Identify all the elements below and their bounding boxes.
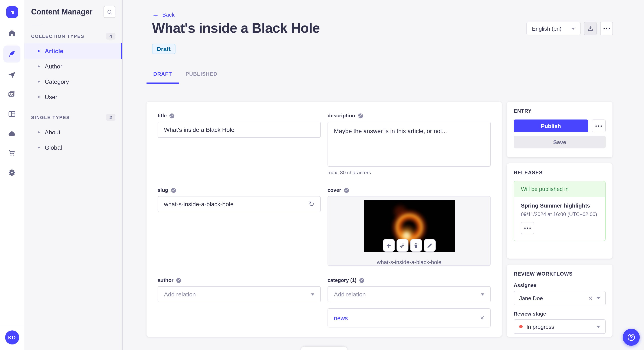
search-icon — [106, 9, 113, 15]
author-relation-select[interactable]: Add relation — [158, 286, 321, 302]
remove-relation-icon[interactable]: × — [480, 314, 484, 322]
cover-media-card: + — [328, 196, 491, 266]
bullet-icon — [38, 131, 40, 133]
tab-published[interactable]: PUBLISHED — [179, 68, 224, 84]
field-slug-label: slug — [158, 187, 168, 193]
localized-globe-icon — [170, 187, 176, 193]
tab-draft[interactable]: DRAFT — [146, 68, 179, 84]
help-button[interactable] — [623, 329, 640, 346]
category-relation-select[interactable]: Add relation — [328, 286, 491, 302]
releases-panel-heading: RELEASES — [514, 170, 606, 176]
release-date: 09/11/2024 at 16:00 (UTC+02:00) — [521, 211, 598, 217]
stage-status-dot — [519, 325, 522, 328]
save-button[interactable]: Save — [514, 136, 606, 149]
slug-input[interactable]: what-s-inside-a-black-hole ↻ — [158, 196, 321, 212]
version-tabs: DRAFT PUBLISHED — [146, 68, 224, 84]
main-content: ← Back What's inside a Black Hole Draft … — [123, 0, 644, 350]
field-description-label: description — [328, 113, 355, 119]
sidebar-item-label: About — [45, 129, 60, 136]
field-cover: cover + — [328, 187, 491, 266]
assignee-select[interactable]: Jane Doe × — [514, 291, 606, 305]
ellipsis-icon — [603, 28, 610, 29]
marketplace-cart-icon[interactable] — [5, 146, 19, 160]
localized-globe-icon — [358, 113, 363, 118]
sidebar-item-user[interactable]: User — [24, 89, 122, 105]
field-author-label: author — [158, 277, 174, 283]
release-more-button[interactable] — [521, 222, 534, 234]
chevron-down-icon — [481, 293, 484, 295]
media-library-icon[interactable] — [5, 87, 19, 102]
entry-more-button[interactable] — [592, 120, 606, 132]
review-stage-label: Review stage — [514, 311, 606, 317]
sidebar-item-author[interactable]: Author — [24, 59, 122, 74]
publish-button[interactable]: Publish — [514, 120, 588, 132]
link-icon — [399, 242, 406, 249]
download-icon — [587, 25, 594, 32]
pencil-icon — [426, 242, 433, 249]
field-author: author Add relation — [158, 277, 321, 302]
section-collection-types: COLLECTION TYPES 4 — [24, 30, 122, 42]
localized-globe-icon — [169, 113, 175, 118]
search-button[interactable] — [104, 6, 116, 18]
entry-panel: ENTRY Publish Save — [507, 102, 612, 157]
regenerate-slug-icon[interactable]: ↻ — [308, 201, 314, 207]
page-title: What's inside a Black Hole — [152, 20, 320, 36]
bullet-icon — [38, 50, 40, 52]
user-avatar[interactable]: KD — [5, 331, 19, 345]
field-slug: slug what-s-inside-a-black-hole ↻ — [158, 187, 321, 212]
title-input[interactable]: What's inside a Black Hole — [158, 122, 321, 138]
strapi-logo-icon[interactable] — [6, 6, 18, 18]
sidebar-item-label: User — [45, 94, 57, 100]
nav-rail: KD — [0, 0, 24, 350]
description-textarea[interactable]: Maybe the answer is in this article, or … — [328, 122, 491, 167]
releases-panel: RELEASES Will be published in Spring Sum… — [507, 163, 612, 259]
paper-plane-icon[interactable] — [5, 68, 19, 82]
sidebar-item-label: Article — [45, 48, 63, 54]
ellipsis-icon — [524, 227, 531, 229]
field-category-label: category (1) — [328, 277, 356, 283]
home-icon[interactable] — [5, 26, 19, 40]
entry-form-card: title What's inside a Black Hole descrip… — [146, 102, 502, 337]
cover-delete-button[interactable] — [410, 239, 422, 252]
field-description: description Maybe the answer is in this … — [328, 113, 491, 176]
locale-select[interactable]: English (en) — [526, 22, 580, 35]
settings-gear-icon[interactable] — [5, 166, 19, 180]
bullet-icon — [38, 81, 40, 82]
chevron-down-icon — [311, 293, 314, 295]
download-button[interactable] — [584, 22, 597, 35]
content-type-builder-icon[interactable] — [5, 107, 19, 121]
clear-assignee-icon[interactable]: × — [588, 295, 592, 302]
question-mark-icon — [626, 333, 636, 342]
sidebar-item-category[interactable]: Category — [24, 74, 122, 89]
cover-copy-link-button[interactable] — [396, 239, 408, 252]
cloud-icon[interactable] — [5, 126, 19, 141]
section-single-types: SINGLE TYPES 2 — [24, 111, 122, 123]
review-stage-select[interactable]: In progress — [514, 319, 606, 334]
relation-link[interactable]: news — [334, 315, 348, 321]
more-options-button[interactable] — [600, 22, 613, 35]
strapi-mark-icon — [9, 9, 15, 15]
back-link[interactable]: ← Back — [152, 11, 175, 18]
sidebar-item-about[interactable]: About — [24, 125, 122, 140]
description-value: Maybe the answer is in this article, or … — [334, 127, 447, 136]
section-count-badge: 4 — [106, 33, 116, 39]
category-placeholder: Add relation — [334, 291, 366, 298]
bottom-card-peek — [301, 347, 348, 350]
release-name: Spring Summer highlights — [521, 202, 598, 209]
locale-value: English (en) — [532, 25, 562, 32]
sidebar-item-label: Category — [45, 78, 69, 85]
sidebar-item-article[interactable]: Article — [24, 43, 122, 59]
plus-icon: + — [386, 241, 391, 249]
entry-panel-heading: ENTRY — [514, 108, 606, 114]
subnav-divider — [31, 24, 41, 24]
cover-edit-button[interactable] — [424, 239, 436, 252]
cover-add-button[interactable]: + — [383, 239, 394, 252]
content-manager-subnav: Content Manager COLLECTION TYPES 4 Artic… — [24, 0, 123, 350]
localized-globe-icon — [359, 278, 364, 283]
sidebar-item-global[interactable]: Global — [24, 140, 122, 155]
back-label: Back — [162, 11, 175, 18]
sidebar-item-label: Global — [45, 144, 62, 151]
content-manager-icon[interactable] — [4, 45, 20, 62]
release-status: Will be published in — [514, 181, 605, 197]
release-card: Will be published in Spring Summer highl… — [514, 181, 606, 241]
